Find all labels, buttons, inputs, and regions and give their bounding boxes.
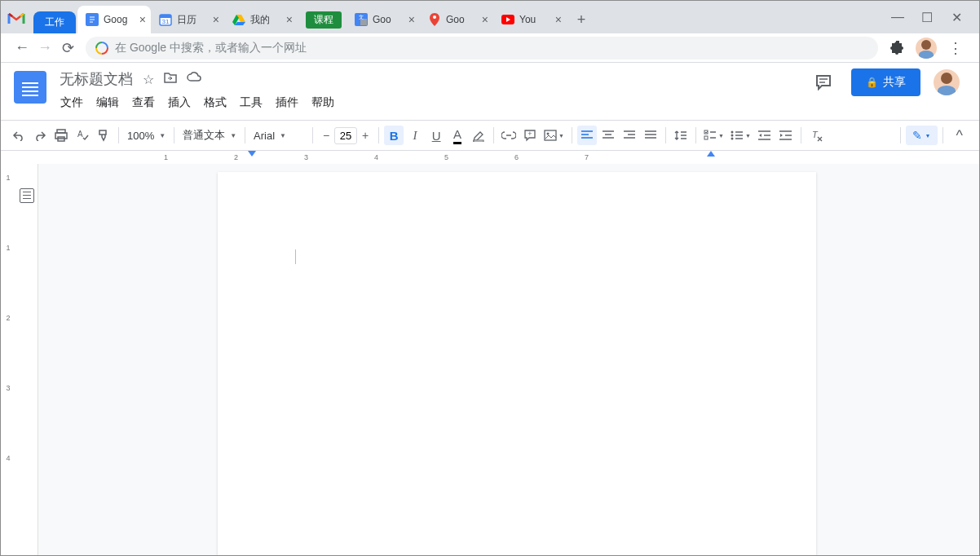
menu-tools[interactable]: 工具 bbox=[234, 92, 268, 113]
menu-format[interactable]: 格式 bbox=[198, 92, 232, 113]
svg-point-45 bbox=[731, 131, 733, 134]
minimize-button[interactable]: — bbox=[883, 6, 912, 29]
increase-indent-button[interactable] bbox=[776, 126, 796, 145]
insert-link-button[interactable] bbox=[499, 126, 519, 145]
document-title[interactable]: 无标题文档 bbox=[55, 68, 138, 90]
insert-image-button[interactable]: ▼ bbox=[541, 126, 567, 145]
profile-avatar[interactable] bbox=[916, 38, 937, 59]
ruler-mark: 4 bbox=[374, 153, 444, 161]
svg-text:+: + bbox=[528, 130, 532, 138]
close-icon[interactable]: × bbox=[482, 13, 488, 26]
chrome-menu-button[interactable]: ⋮ bbox=[942, 39, 969, 57]
tab-translate[interactable]: 文 Goo × bbox=[347, 6, 420, 33]
print-button[interactable] bbox=[51, 126, 71, 145]
zoom-select[interactable]: 100%▼ bbox=[124, 130, 169, 142]
highlight-button[interactable] bbox=[469, 126, 488, 145]
align-justify-button[interactable] bbox=[641, 126, 660, 145]
close-icon[interactable]: × bbox=[408, 13, 415, 26]
tab-maps[interactable]: Goo × bbox=[420, 6, 493, 33]
close-icon[interactable]: × bbox=[139, 13, 146, 26]
share-label: 共享 bbox=[883, 75, 906, 90]
address-bar: ← → ⟳ 在 Google 中搜索，或者输入一个网址 ⋮ bbox=[1, 33, 979, 63]
menu-view[interactable]: 查看 bbox=[126, 92, 161, 113]
menu-file[interactable]: 文件 bbox=[55, 92, 89, 113]
menu-bar: 文件 编辑 查看 插入 格式 工具 插件 帮助 bbox=[55, 92, 340, 113]
font-size-input[interactable]: 25 bbox=[334, 127, 357, 144]
clear-formatting-button[interactable]: T bbox=[806, 126, 826, 145]
menu-help[interactable]: 帮助 bbox=[306, 92, 340, 113]
outline-toggle-button[interactable] bbox=[20, 188, 34, 203]
redo-button[interactable] bbox=[30, 126, 50, 145]
svg-text:A: A bbox=[77, 130, 83, 139]
indent-right-marker[interactable] bbox=[707, 151, 715, 157]
tab-calendar[interactable]: 31 日历 × bbox=[151, 6, 224, 33]
hide-menus-button[interactable]: ^ bbox=[948, 124, 971, 148]
line-spacing-button[interactable] bbox=[671, 126, 691, 145]
svg-text:T: T bbox=[812, 130, 819, 139]
paint-format-button[interactable] bbox=[94, 126, 113, 145]
font-select[interactable]: Arial▼ bbox=[250, 130, 307, 142]
decrease-indent-button[interactable] bbox=[755, 126, 775, 145]
new-tab-button[interactable]: + bbox=[570, 8, 593, 31]
underline-button[interactable]: U bbox=[426, 126, 446, 145]
style-select[interactable]: 普通文本▼ bbox=[179, 128, 240, 143]
extensions-icon[interactable] bbox=[890, 40, 906, 56]
tab-classroom[interactable]: 课程 bbox=[298, 6, 347, 33]
ruler-mark: 2 bbox=[234, 153, 304, 161]
align-right-button[interactable] bbox=[620, 126, 639, 145]
bulleted-list-button[interactable]: ▼ bbox=[728, 126, 753, 145]
vertical-ruler[interactable]: 1 1 2 3 4 bbox=[1, 164, 15, 556]
move-icon[interactable] bbox=[164, 72, 177, 87]
menu-addons[interactable]: 插件 bbox=[270, 92, 304, 113]
menu-edit[interactable]: 编辑 bbox=[90, 92, 125, 113]
increase-font-button[interactable]: + bbox=[357, 127, 373, 143]
italic-button[interactable]: I bbox=[405, 126, 425, 145]
close-icon[interactable]: × bbox=[213, 13, 219, 26]
window-controls: — ☐ ✕ bbox=[883, 6, 979, 29]
maps-icon bbox=[428, 13, 441, 26]
ruler-mark: 7 bbox=[585, 153, 655, 161]
tab-title: 课程 bbox=[306, 11, 342, 29]
omnibox[interactable]: 在 Google 中搜索，或者输入一个网址 bbox=[86, 37, 878, 60]
close-window-button[interactable]: ✕ bbox=[942, 6, 971, 29]
maximize-button[interactable]: ☐ bbox=[912, 6, 942, 29]
tab-title: Goo bbox=[373, 14, 405, 25]
svg-rect-19 bbox=[55, 133, 67, 139]
align-center-button[interactable] bbox=[598, 126, 618, 145]
horizontal-ruler[interactable]: 1 2 3 4 5 6 7 bbox=[1, 151, 979, 164]
reload-button[interactable]: ⟳ bbox=[56, 37, 79, 60]
forward-button[interactable]: → bbox=[33, 37, 56, 60]
svg-point-25 bbox=[547, 133, 550, 135]
ruler-mark: 6 bbox=[514, 153, 585, 161]
star-icon[interactable]: ☆ bbox=[143, 72, 154, 87]
align-left-button[interactable] bbox=[577, 126, 597, 145]
tab-group-label[interactable]: 工作 bbox=[33, 11, 76, 33]
tab-docs[interactable]: Goog × bbox=[77, 6, 151, 33]
text-color-button[interactable]: A bbox=[448, 126, 467, 145]
back-button[interactable]: ← bbox=[11, 37, 33, 60]
cloud-status-icon[interactable] bbox=[187, 72, 201, 87]
tab-drive[interactable]: 我的 × bbox=[224, 6, 298, 33]
tab-youtube[interactable]: You × bbox=[493, 6, 567, 33]
close-icon[interactable]: × bbox=[286, 13, 293, 26]
toolbar: A 100%▼ 普通文本▼ Arial▼ − 25 + B I U A + ▼ … bbox=[1, 120, 979, 151]
bold-button[interactable]: B bbox=[384, 126, 404, 145]
share-button[interactable]: 🔒 共享 bbox=[851, 68, 920, 96]
document-canvas[interactable] bbox=[38, 164, 979, 556]
docs-logo[interactable] bbox=[14, 71, 46, 104]
checklist-button[interactable]: ▼ bbox=[701, 126, 726, 145]
spellcheck-button[interactable]: A bbox=[73, 126, 92, 145]
undo-button[interactable] bbox=[9, 126, 29, 145]
svg-rect-22 bbox=[474, 140, 483, 142]
decrease-font-button[interactable]: − bbox=[318, 127, 334, 143]
tab-title: You bbox=[519, 14, 552, 25]
menu-insert[interactable]: 插入 bbox=[162, 92, 196, 113]
ruler-mark: 1 bbox=[1, 242, 15, 312]
close-icon[interactable]: × bbox=[555, 13, 562, 26]
add-comment-button[interactable]: + bbox=[520, 126, 540, 145]
account-avatar[interactable] bbox=[934, 69, 960, 95]
comments-button[interactable] bbox=[809, 68, 838, 97]
tab-title: 我的 bbox=[250, 13, 283, 27]
page[interactable] bbox=[218, 172, 816, 556]
editing-mode-button[interactable]: ✎ ▼ bbox=[906, 126, 938, 145]
